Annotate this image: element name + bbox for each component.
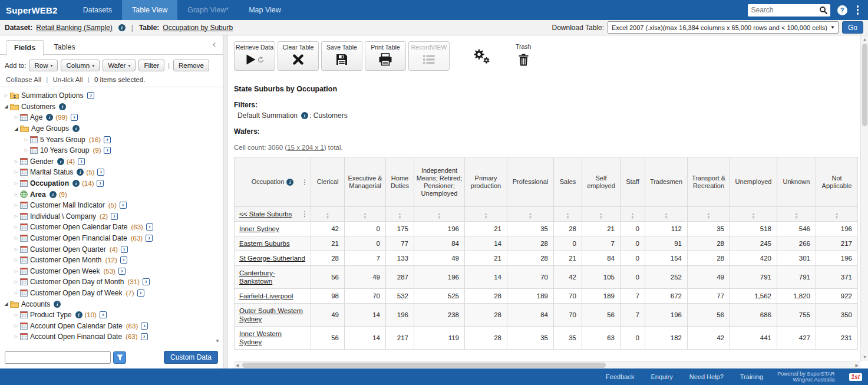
expand-node-icon[interactable]: ▷ [12,236,20,241]
tree-item-label[interactable]: Marital Status [30,168,73,176]
download-format-select[interactable]: Excel 2007 (.xlsx)(max 16,384 columns x … [608,21,839,34]
tree-item-label[interactable]: Customer Open Quarter [30,245,106,254]
scroll-right-icon[interactable]: ▶ [856,363,859,367]
sort-icon[interactable]: ▲▼ [751,212,755,219]
tree-item-customers[interactable]: ◢Customersi [0,101,223,113]
nav-tab-map-view[interactable]: Map View [239,0,291,20]
tree-item-area[interactable]: ▷Areai(9) [0,189,223,200]
info-icon[interactable]: i [301,112,308,119]
sort-cell-professional[interactable]: ▲▼ [507,207,554,222]
scroll-up-icon[interactable]: ▲ [863,37,867,41]
expand-node-icon[interactable]: ▷ [12,324,20,328]
sort-icon[interactable]: ▲▼ [707,212,710,219]
tree-item-customer-open-week[interactable]: ▷Customer Open Week(53)› [0,266,223,277]
tree-item-account-open-calendar-date[interactable]: ▷Account Open Calendar Date(63)› [0,320,223,331]
print-table-button[interactable]: Print Table [365,41,406,71]
sort-cell-sales[interactable]: ▲▼ [554,207,582,222]
custom-data-button[interactable]: Custom Data [164,351,218,364]
column-header-professional[interactable]: Professional [507,157,554,207]
tree-item-customer-open-financial-date[interactable]: ▷Customer Open Financial Date(63)› [0,233,223,244]
row-header-cell[interactable]: Canterbury-Bankstown [235,266,311,289]
scrollbar-thumb[interactable] [862,44,867,126]
expand-field-arrow-icon[interactable]: › [120,202,127,209]
expand-node-icon[interactable]: ▷ [2,93,10,98]
retrieve-data-button[interactable]: Retrieve Data [234,41,275,71]
expand-field-arrow-icon[interactable]: › [104,147,111,154]
tree-item-accounts[interactable]: ◢Accountsi [0,298,223,310]
sort-cell-staff[interactable]: ▲▼ [621,207,645,222]
info-icon[interactable]: i [118,24,126,31]
expand-field-arrow-icon[interactable]: › [104,136,111,143]
tree-item-customer-mail-indicator[interactable]: ▷Customer Mail Indicator(5)› [0,200,223,211]
scroll-left-icon[interactable]: ◀ [236,363,239,367]
info-icon[interactable]: i [54,301,61,308]
tree-item-label[interactable]: Account Open Financial Date [30,333,122,341]
expand-node-icon[interactable]: ▷ [12,334,20,339]
expand-node-icon[interactable]: ▷ [12,203,20,208]
add-to-column-select[interactable]: Column▾ [61,60,100,71]
table-link[interactable]: Occupation by Suburb [163,24,233,32]
expand-field-arrow-icon[interactable]: › [71,114,78,121]
sort-cell-self-employed[interactable]: ▲▼ [582,207,621,222]
collapse-node-icon[interactable]: ◢ [12,126,20,131]
expand-field-arrow-icon[interactable]: › [143,278,150,285]
cell-count-link[interactable]: 15 x 204 x 1 [287,144,324,151]
untick-all-link[interactable]: Un-tick All [53,76,83,83]
expand-field-arrow-icon[interactable]: › [146,235,153,242]
column-header-executive-managerial[interactable]: Executive & Managerial [345,157,386,207]
scroll-down-icon[interactable]: ▼ [863,355,867,359]
tree-item-customer-open-calendar-date[interactable]: ▷Customer Open Calendar Date(63)› [0,222,223,233]
expand-field-arrow-icon[interactable]: › [120,256,127,264]
go-button[interactable]: Go [842,21,863,34]
sort-icon[interactable]: ▲▼ [664,212,668,219]
tab-tables[interactable]: Tables [47,40,83,55]
nav-tab-datasets[interactable]: Datasets [73,0,122,20]
tree-item-label[interactable]: Customer Mail Indicator [30,201,105,209]
tree-item-label[interactable]: Customers [21,103,55,111]
tree-item-gender[interactable]: ▷Genderi(4)› [0,156,223,167]
row-header-cell[interactable]: Inner Sydney [235,222,311,236]
tree-item-5-years-group[interactable]: ▷5 Years Group(16)› [0,134,223,145]
expand-node-icon[interactable]: ▷ [12,181,20,186]
expand-field-arrow-icon[interactable]: › [97,180,104,187]
expand-node-icon[interactable]: ▷ [12,258,20,262]
tree-item-label[interactable]: Customer Open Day of Month [30,278,124,286]
expand-node-icon[interactable]: ▷ [12,225,20,229]
expand-field-arrow-icon[interactable]: › [118,268,126,275]
row-label-link[interactable]: Inner Western Sydney [239,330,306,346]
tree-item-label[interactable]: Individual \ Company [30,212,96,221]
expand-node-icon[interactable]: ▷ [12,170,20,175]
sort-icon[interactable]: ▲▼ [835,212,839,219]
row-label-link[interactable]: Inner Sydney [239,225,279,233]
column-header-primary-production[interactable]: Primary production [465,157,507,207]
column-options-icon[interactable]: ⋮ [301,178,308,186]
expand-field-arrow-icon[interactable]: › [141,333,148,340]
column-header-independent-means-retired-pensioner-unemployed[interactable]: Independent Means; Retired; Pensioner; U… [414,157,465,207]
tree-item-customer-open-day-of-month[interactable]: ▷Customer Open Day of Month(31)› [0,277,223,288]
tree-item-label[interactable]: Account Open Calendar Date [30,322,123,330]
sort-icon[interactable]: ▲▼ [398,212,401,219]
expand-node-icon[interactable]: ▷ [12,192,20,197]
row-header-cell[interactable]: Outer South Western Sydney [235,304,311,327]
expand-field-arrow-icon[interactable]: › [121,246,128,253]
tree-item-marital-status[interactable]: ▷Marital Statusi(5)› [0,167,223,178]
row-label-link[interactable]: St George-Sutherland [239,254,305,262]
vertical-scrollbar[interactable]: ▲ ▼ [860,35,868,361]
sort-cell-not-applicable[interactable]: ▲▼ [816,207,858,222]
expand-field-arrow-icon[interactable]: › [78,158,85,165]
save-table-button[interactable]: Save Table [321,41,362,71]
tree-item-customer-open-day-of-week[interactable]: ▷Customer Open Day of Week(7)› [0,288,223,299]
sort-cell-independent-means-retired-pensioner-unemployed[interactable]: ▲▼ [414,207,465,222]
tree-item-label[interactable]: Customer Open Financial Date [30,234,127,242]
tree-item-occupation[interactable]: ▷Occupationi(14)› [0,178,223,189]
tree-item-label[interactable]: Customer Open Week [30,267,100,275]
tree-item-label[interactable]: Product Type [30,311,72,319]
expand-node-icon[interactable]: ▷ [12,115,20,120]
sort-cell-executive-managerial[interactable]: ▲▼ [345,207,386,222]
info-icon[interactable]: i [46,114,53,121]
dataset-link[interactable]: Retail Banking (Sample) [36,24,112,32]
trash-button[interactable]: Trash [516,41,531,67]
collapse-node-icon[interactable]: ◢ [2,301,10,307]
row-label-link[interactable]: Outer South Western Sydney [239,307,306,323]
expand-field-arrow-icon[interactable]: › [87,92,94,99]
